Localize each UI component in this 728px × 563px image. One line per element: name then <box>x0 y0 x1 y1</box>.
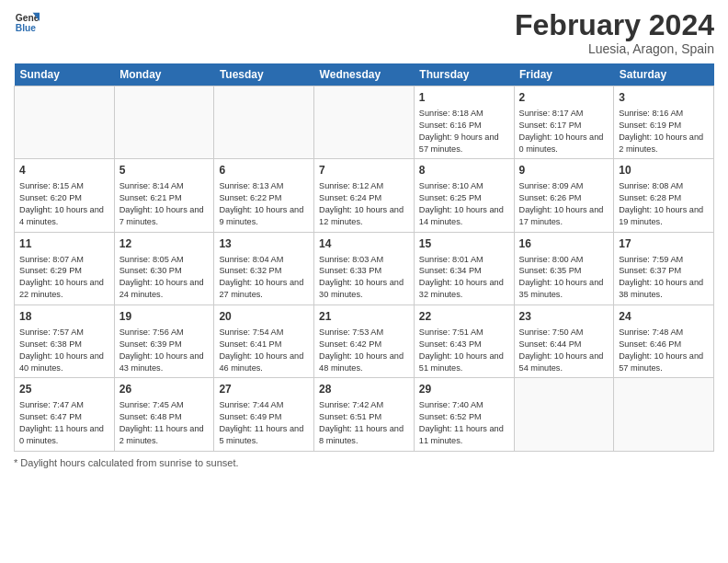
day-info: Sunrise: 8:17 AMSunset: 6:17 PMDaylight:… <box>519 108 609 155</box>
day-info: Sunrise: 8:01 AMSunset: 6:34 PMDaylight:… <box>419 254 509 302</box>
day-number: 11 <box>19 236 109 252</box>
day-info: Sunrise: 7:48 AMSunset: 6:46 PMDaylight:… <box>619 327 709 374</box>
day-info: Sunrise: 8:14 AMSunset: 6:21 PMDaylight:… <box>119 180 210 228</box>
calendar-week-row: 1Sunrise: 8:18 AMSunset: 6:16 PMDaylight… <box>15 86 714 159</box>
day-number: 7 <box>319 163 409 178</box>
day-number: 23 <box>519 309 609 325</box>
day-number: 9 <box>519 163 609 178</box>
calendar-week-row: 25Sunrise: 7:47 AMSunset: 6:47 PMDayligh… <box>15 378 714 451</box>
day-info: Sunrise: 8:13 AMSunset: 6:22 PMDaylight:… <box>219 180 309 228</box>
daylight-hours-label: Daylight hours <box>20 457 85 468</box>
month-title: February 2024 <box>515 9 714 41</box>
table-row <box>314 86 415 159</box>
table-row: 11Sunrise: 8:07 AMSunset: 6:29 PMDayligh… <box>15 232 115 304</box>
table-row: 19Sunrise: 7:56 AMSunset: 6:39 PMDayligh… <box>114 305 214 378</box>
day-info: Sunrise: 8:04 AMSunset: 6:32 PMDaylight:… <box>219 254 309 302</box>
day-info: Sunrise: 7:57 AMSunset: 6:38 PMDaylight:… <box>19 327 109 374</box>
table-row: 15Sunrise: 8:01 AMSunset: 6:34 PMDayligh… <box>414 232 514 304</box>
table-row <box>114 86 214 159</box>
day-number: 12 <box>119 236 210 252</box>
day-info: Sunrise: 7:44 AMSunset: 6:49 PMDaylight:… <box>219 399 309 447</box>
col-monday: Monday <box>114 63 214 86</box>
day-number: 18 <box>19 309 109 325</box>
day-info: Sunrise: 7:59 AMSunset: 6:37 PMDaylight:… <box>619 254 709 302</box>
table-row: 2Sunrise: 8:17 AMSunset: 6:17 PMDaylight… <box>514 86 614 159</box>
table-row: 16Sunrise: 8:00 AMSunset: 6:35 PMDayligh… <box>514 232 614 304</box>
table-row: 1Sunrise: 8:18 AMSunset: 6:16 PMDaylight… <box>414 86 514 159</box>
day-info: Sunrise: 8:15 AMSunset: 6:20 PMDaylight:… <box>19 180 109 228</box>
day-info: Sunrise: 8:07 AMSunset: 6:29 PMDaylight:… <box>19 254 109 302</box>
day-info: Sunrise: 8:12 AMSunset: 6:24 PMDaylight:… <box>319 180 409 228</box>
day-number: 27 <box>219 382 309 397</box>
day-number: 15 <box>419 236 509 252</box>
table-row <box>15 86 115 159</box>
table-row: 26Sunrise: 7:45 AMSunset: 6:48 PMDayligh… <box>114 378 214 451</box>
table-row: 3Sunrise: 8:16 AMSunset: 6:19 PMDaylight… <box>614 86 714 159</box>
calendar-table: Sunday Monday Tuesday Wednesday Thursday… <box>14 63 714 451</box>
calendar-week-row: 18Sunrise: 7:57 AMSunset: 6:38 PMDayligh… <box>15 305 714 378</box>
day-number: 1 <box>419 90 509 106</box>
day-info: Sunrise: 7:45 AMSunset: 6:48 PMDaylight:… <box>119 399 210 447</box>
day-info: Sunrise: 8:00 AMSunset: 6:35 PMDaylight:… <box>519 254 609 302</box>
table-row: 8Sunrise: 8:10 AMSunset: 6:25 PMDaylight… <box>414 159 514 232</box>
table-row: 4Sunrise: 8:15 AMSunset: 6:20 PMDaylight… <box>15 159 115 232</box>
title-block: February 2024 Luesia, Aragon, Spain <box>515 9 714 56</box>
day-info: Sunrise: 8:16 AMSunset: 6:19 PMDaylight:… <box>619 108 709 155</box>
day-number: 24 <box>619 309 709 325</box>
day-number: 26 <box>119 382 210 397</box>
table-row: 10Sunrise: 8:08 AMSunset: 6:28 PMDayligh… <box>614 159 714 232</box>
location: Luesia, Aragon, Spain <box>515 41 714 56</box>
day-number: 4 <box>19 163 109 178</box>
logo-icon: General Blue <box>14 9 40 35</box>
table-row: 6Sunrise: 8:13 AMSunset: 6:22 PMDaylight… <box>214 159 314 232</box>
day-info: Sunrise: 8:05 AMSunset: 6:30 PMDaylight:… <box>119 254 210 302</box>
day-number: 21 <box>319 309 409 325</box>
day-number: 6 <box>219 163 309 178</box>
day-info: Sunrise: 8:08 AMSunset: 6:28 PMDaylight:… <box>619 180 709 228</box>
table-row: 20Sunrise: 7:54 AMSunset: 6:41 PMDayligh… <box>214 305 314 378</box>
day-info: Sunrise: 7:42 AMSunset: 6:51 PMDaylight:… <box>319 399 409 447</box>
day-number: 10 <box>619 163 709 178</box>
table-row <box>614 378 714 451</box>
day-info: Sunrise: 7:51 AMSunset: 6:43 PMDaylight:… <box>419 327 509 374</box>
table-row <box>214 86 314 159</box>
table-row: 18Sunrise: 7:57 AMSunset: 6:38 PMDayligh… <box>15 305 115 378</box>
col-saturday: Saturday <box>614 63 714 86</box>
table-row: 23Sunrise: 7:50 AMSunset: 6:44 PMDayligh… <box>514 305 614 378</box>
table-row: 25Sunrise: 7:47 AMSunset: 6:47 PMDayligh… <box>15 378 115 451</box>
col-thursday: Thursday <box>414 63 514 86</box>
col-tuesday: Tuesday <box>214 63 314 86</box>
day-info: Sunrise: 7:40 AMSunset: 6:52 PMDaylight:… <box>419 399 509 447</box>
svg-text:Blue: Blue <box>16 23 37 33</box>
table-row: 27Sunrise: 7:44 AMSunset: 6:49 PMDayligh… <box>214 378 314 451</box>
page-header: General Blue February 2024 Luesia, Arago… <box>14 9 714 56</box>
table-row: 14Sunrise: 8:03 AMSunset: 6:33 PMDayligh… <box>314 232 415 304</box>
day-number: 3 <box>619 90 709 106</box>
table-row: 17Sunrise: 7:59 AMSunset: 6:37 PMDayligh… <box>614 232 714 304</box>
day-info: Sunrise: 7:56 AMSunset: 6:39 PMDaylight:… <box>119 327 210 374</box>
table-row: 22Sunrise: 7:51 AMSunset: 6:43 PMDayligh… <box>414 305 514 378</box>
col-friday: Friday <box>514 63 614 86</box>
day-info: Sunrise: 7:54 AMSunset: 6:41 PMDaylight:… <box>219 327 309 374</box>
day-number: 29 <box>419 382 509 397</box>
calendar-week-row: 4Sunrise: 8:15 AMSunset: 6:20 PMDaylight… <box>15 159 714 232</box>
day-number: 25 <box>19 382 109 397</box>
day-info: Sunrise: 7:53 AMSunset: 6:42 PMDaylight:… <box>319 327 409 374</box>
table-row: 13Sunrise: 8:04 AMSunset: 6:32 PMDayligh… <box>214 232 314 304</box>
day-number: 20 <box>219 309 309 325</box>
day-info: Sunrise: 8:10 AMSunset: 6:25 PMDaylight:… <box>419 180 509 228</box>
table-row: 7Sunrise: 8:12 AMSunset: 6:24 PMDaylight… <box>314 159 415 232</box>
day-number: 16 <box>519 236 609 252</box>
table-row <box>514 378 614 451</box>
day-info: Sunrise: 7:50 AMSunset: 6:44 PMDaylight:… <box>519 327 609 374</box>
day-info: Sunrise: 8:09 AMSunset: 6:26 PMDaylight:… <box>519 180 609 228</box>
logo: General Blue <box>14 9 40 35</box>
table-row: 9Sunrise: 8:09 AMSunset: 6:26 PMDaylight… <box>514 159 614 232</box>
table-row: 28Sunrise: 7:42 AMSunset: 6:51 PMDayligh… <box>314 378 415 451</box>
table-row: 5Sunrise: 8:14 AMSunset: 6:21 PMDaylight… <box>114 159 214 232</box>
day-info: Sunrise: 7:47 AMSunset: 6:47 PMDaylight:… <box>19 399 109 447</box>
table-row: 29Sunrise: 7:40 AMSunset: 6:52 PMDayligh… <box>414 378 514 451</box>
day-number: 22 <box>419 309 509 325</box>
calendar-week-row: 11Sunrise: 8:07 AMSunset: 6:29 PMDayligh… <box>15 232 714 304</box>
footer-note: * Daylight hours calculated from sunrise… <box>14 457 714 468</box>
